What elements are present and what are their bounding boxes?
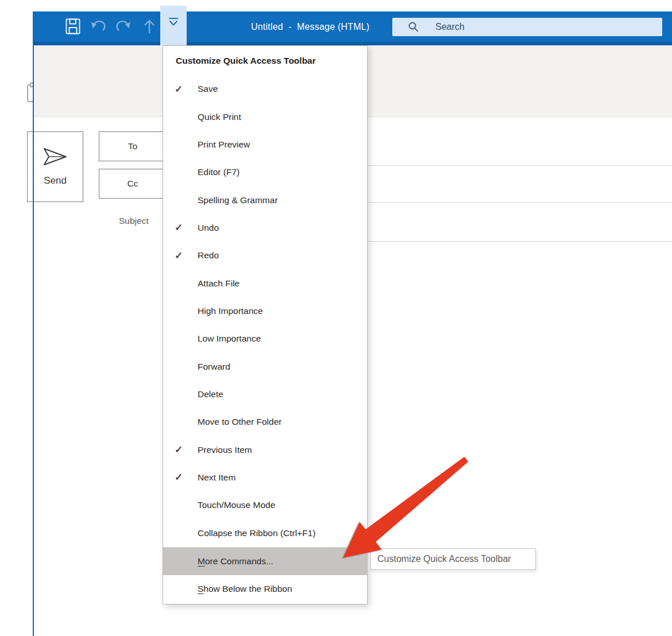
menu-item-delete[interactable]: Delete bbox=[163, 381, 367, 408]
search-icon bbox=[408, 21, 419, 33]
menu-item-previous-item[interactable]: ✓Previous Item bbox=[163, 436, 367, 463]
send-button-label: Send bbox=[44, 175, 67, 187]
chevron-with-bar-icon bbox=[167, 17, 180, 27]
checkmark-icon: ✓ bbox=[175, 83, 192, 95]
menu-item-high-importance[interactable]: High Importance bbox=[163, 297, 367, 325]
qat-menu-items: ✓SaveQuick PrintPrint PreviewEditor (F7)… bbox=[163, 75, 367, 603]
arrow-up-icon bbox=[142, 19, 156, 34]
qat-undo-button[interactable] bbox=[89, 15, 106, 38]
customize-qat-dropdown-button[interactable] bbox=[160, 6, 187, 45]
checkmark-icon: ✓ bbox=[175, 250, 192, 262]
menu-item-label: Touch/Mouse Mode bbox=[198, 500, 275, 510]
menu-item-editor-f7[interactable]: Editor (F7) bbox=[163, 158, 367, 186]
menu-item-label: Forward bbox=[198, 362, 230, 372]
to-button-label: To bbox=[128, 141, 137, 152]
menu-item-forward[interactable]: Forward bbox=[163, 352, 367, 380]
menu-item-quick-print[interactable]: Quick Print bbox=[163, 103, 367, 130]
tooltip: Customize Quick Access Toolbar bbox=[370, 548, 536, 570]
menu-item-next-item[interactable]: ✓Next Item bbox=[163, 464, 367, 491]
menu-item-low-importance[interactable]: Low Importance bbox=[163, 325, 367, 352]
menu-item-label: Show Below the Ribbon bbox=[198, 584, 292, 594]
undo-icon bbox=[90, 20, 106, 33]
menu-item-show-below-the-ribbon[interactable]: Show Below the Ribbon bbox=[163, 575, 367, 603]
save-icon bbox=[65, 18, 80, 34]
title-bar: Untitled - Message (HTML) Search bbox=[33, 11, 672, 42]
window-left-border bbox=[33, 11, 34, 636]
menu-item-print-preview[interactable]: Print Preview bbox=[163, 131, 367, 158]
menu-item-label: High Importance bbox=[198, 306, 263, 316]
window-title: Untitled - Message (HTML) bbox=[251, 11, 369, 42]
menu-item-label: Previous Item bbox=[198, 445, 252, 455]
menu-item-label: Move to Other Folder bbox=[198, 417, 281, 427]
send-button[interactable]: Send bbox=[27, 131, 83, 202]
menu-item-label: Low Importance bbox=[198, 333, 261, 344]
menu-item-label: Delete bbox=[198, 389, 223, 400]
send-plane-icon bbox=[43, 148, 67, 166]
menu-bottom-padding bbox=[163, 603, 367, 604]
menu-item-label: Attach File bbox=[198, 278, 240, 289]
qat-redo-button[interactable] bbox=[115, 15, 132, 38]
cc-button[interactable]: Cc bbox=[99, 169, 167, 199]
menu-title: Customize Quick Access Toolbar bbox=[163, 46, 367, 75]
menu-item-label: Print Preview bbox=[198, 139, 250, 150]
menu-item-label: Next Item bbox=[198, 472, 235, 483]
menu-item-attach-file[interactable]: Attach File bbox=[163, 269, 367, 297]
menu-item-save[interactable]: ✓Save bbox=[163, 75, 367, 103]
menu-item-collapse-the-ribbon-ctrl-f1[interactable]: Collapse the Ribbon (Ctrl+F1) bbox=[163, 519, 367, 547]
subject-label: Subject bbox=[119, 214, 149, 228]
menu-item-undo[interactable]: ✓Undo bbox=[163, 214, 367, 242]
search-input[interactable]: Search bbox=[392, 18, 662, 36]
menu-item-spelling-grammar[interactable]: Spelling & Grammar bbox=[163, 186, 367, 214]
menu-item-more-commands[interactable]: More Commands... bbox=[163, 548, 367, 575]
menu-item-move-to-other-folder[interactable]: Move to Other Folder bbox=[163, 408, 367, 436]
checkmark-icon: ✓ bbox=[175, 222, 192, 234]
menu-item-label: Spelling & Grammar bbox=[198, 195, 278, 205]
customize-qat-menu: Customize Quick Access Toolbar ✓SaveQuic… bbox=[163, 45, 368, 604]
menu-item-label: More Commands... bbox=[198, 556, 273, 567]
redo-icon bbox=[116, 20, 132, 33]
qat-move-up-button[interactable] bbox=[141, 15, 158, 38]
menu-item-label: Quick Print bbox=[198, 112, 241, 122]
cc-button-label: Cc bbox=[128, 179, 138, 189]
checkmark-icon: ✓ bbox=[175, 471, 192, 483]
qat-save-button[interactable] bbox=[64, 15, 82, 38]
menu-item-redo[interactable]: ✓Redo bbox=[163, 242, 367, 269]
menu-item-touch-mouse-mode[interactable]: Touch/Mouse Mode bbox=[163, 491, 367, 519]
menu-item-label: Collapse the Ribbon (Ctrl+F1) bbox=[198, 528, 315, 538]
checkmark-icon: ✓ bbox=[175, 444, 192, 456]
menu-item-label: Save bbox=[198, 84, 218, 94]
search-placeholder: Search bbox=[435, 22, 465, 32]
menu-item-label: Editor (F7) bbox=[198, 167, 240, 177]
menu-item-label: Redo bbox=[198, 250, 219, 261]
outlook-message-window: Untitled - Message (HTML) Search File Me… bbox=[0, 0, 672, 636]
menu-item-label: Undo bbox=[198, 223, 219, 233]
to-button[interactable]: To bbox=[99, 131, 167, 161]
